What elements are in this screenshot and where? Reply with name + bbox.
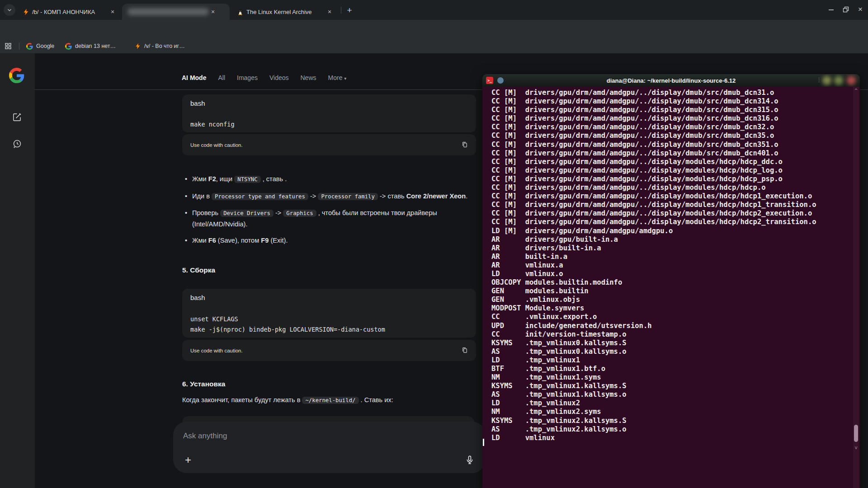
scroll-up-icon[interactable]: ^: [853, 88, 859, 94]
terminal-output-line: CC .vmlinux.export.o: [491, 313, 816, 321]
bookmark-label: debian 13 нет…: [75, 43, 116, 49]
caution-text: Use code with caution.: [190, 348, 243, 353]
apps-grid-icon: [5, 42, 12, 50]
terminal-output-line: CC [M] drivers/gpu/drm/amd/amdgpu/../dis…: [491, 149, 816, 158]
section-heading-6: 6. Установка: [182, 380, 225, 388]
terminal-output-line: LD .tmp_vmlinux2: [491, 399, 816, 408]
terminal-scrollbar[interactable]: ^ v: [853, 87, 859, 488]
tab-more[interactable]: More ▾: [328, 74, 347, 81]
terminal-output-line: CC [M] drivers/gpu/drm/amd/amdgpu/../dis…: [491, 158, 816, 166]
caution-text: Use code with caution.: [190, 142, 243, 148]
browser-tab-2-active[interactable]: ×: [122, 4, 230, 20]
ask-box[interactable]: +: [173, 422, 486, 473]
terminal-output-line: NM .tmp_vmlinux2.syms: [491, 408, 816, 416]
apps-grid-button[interactable]: [5, 39, 12, 53]
terminal-output-line: CC [M] drivers/gpu/drm/amd/amdgpu/../dis…: [491, 97, 816, 106]
titlebar-close-blurred[interactable]: [847, 76, 856, 85]
compose-icon: [12, 112, 22, 122]
code-line: unset KCFLAGS: [190, 315, 238, 323]
terminal-output-line: LD vmlinux.o: [491, 270, 816, 278]
terminal-output-line: CC [M] drivers/gpu/drm/amd/amdgpu/../dis…: [491, 131, 816, 140]
tab-all[interactable]: All: [218, 74, 225, 81]
google-logo: [9, 68, 24, 83]
tab-divider: [341, 7, 341, 14]
new-chat-button[interactable]: [12, 112, 22, 122]
minimize-icon: [828, 7, 834, 13]
ask-input[interactable]: [183, 432, 436, 441]
terminal-output-line: CC [M] drivers/gpu/drm/amd/amdgpu/../dis…: [491, 106, 816, 114]
copy-code-button[interactable]: [460, 140, 470, 150]
bookmark-google[interactable]: Google: [26, 39, 54, 53]
inline-code: ~/kernel-build/: [302, 397, 359, 404]
terminal-window[interactable]: >_ diana@Diana: ~/kernel-build/linux-sou…: [482, 74, 860, 488]
terminal-output-line: OBJCOPY modules.builtin.modinfo: [491, 278, 816, 287]
mic-button[interactable]: [465, 455, 476, 466]
tab-title-blurred: [127, 8, 209, 15]
titlebar-button-blurred[interactable]: [834, 76, 843, 85]
google-favicon: [26, 43, 33, 50]
tab-videos[interactable]: Videos: [269, 74, 289, 81]
copy-code-button[interactable]: [460, 345, 470, 355]
terminal-titlebar[interactable]: >_ diana@Diana: ~/kernel-build/linux-sou…: [482, 74, 860, 87]
terminal-output-line: CC [M] drivers/gpu/drm/amd/amdgpu/../dis…: [491, 141, 816, 149]
terminal-output-line: AS .tmp_vmlinux1.kallsyms.o: [491, 390, 816, 399]
browser-toolbar: ⋮: [0, 20, 868, 39]
terminal-output-line: CC [M] drivers/gpu/drm/amd/amdgpu/../dis…: [491, 201, 816, 209]
google-sidebar: [0, 53, 35, 488]
terminal-menu-icon[interactable]: ⋮: [816, 76, 822, 83]
history-sidebar-button[interactable]: [12, 139, 22, 149]
section-heading-5: 5. Сборка: [182, 266, 215, 274]
terminal-output-line: CC [M] drivers/gpu/drm/amd/amdgpu/../dis…: [491, 183, 816, 192]
window-minimize-button[interactable]: [824, 3, 838, 16]
tab-images[interactable]: Images: [237, 74, 258, 81]
terminal-output-line: CC [M] drivers/gpu/drm/amd/amdgpu/../dis…: [491, 192, 816, 201]
tux-icon: [237, 9, 244, 15]
attach-button[interactable]: +: [182, 454, 194, 466]
copy-icon: [461, 141, 468, 148]
google-favicon: [65, 43, 72, 50]
browser-tab-3[interactable]: The Linux Kernel Archive ×: [231, 4, 337, 20]
bookmark-debian[interactable]: debian 13 нет…: [65, 39, 116, 53]
window-maximize-button[interactable]: [839, 3, 853, 16]
terminal-body[interactable]: CC [M] drivers/gpu/drm/amd/amdgpu/../dis…: [482, 87, 860, 488]
terminal-output-line: UPD include/generated/utsversion.h: [491, 322, 816, 330]
terminal-output-line: CC [M] drivers/gpu/drm/amd/amdgpu/../dis…: [491, 175, 816, 183]
instruction-list: Жми F2, ищи NTSYNC , ставь . Иди в Proce…: [182, 174, 476, 252]
chevron-down-icon: [7, 7, 12, 13]
new-tab-button[interactable]: +: [344, 5, 355, 16]
maximize-icon: [843, 6, 849, 13]
terminal-output-line: LD vmlinux: [491, 434, 816, 442]
terminal-output-line: GEN modules.builtin: [491, 287, 816, 296]
code-footer-2: Use code with caution.: [182, 340, 476, 361]
bookmark-v-board[interactable]: /v/ - Во что иг…: [135, 39, 185, 53]
code-block-1: bash make nconfig: [182, 94, 476, 132]
terminal-output-line: CC [M] drivers/gpu/drm/amd/amdgpu/../dis…: [491, 89, 816, 97]
scrollbar-thumb[interactable]: [854, 425, 858, 442]
code-line: make nconfig: [190, 121, 235, 128]
code-footer-1: Use code with caution.: [182, 134, 476, 155]
text-cursor: [483, 439, 484, 446]
tab-ai-mode[interactable]: AI Mode: [182, 74, 206, 81]
terminal-output-line: AR drivers/gpu/built-in.a: [491, 235, 816, 244]
terminal-output-line: KSYMS .tmp_vmlinux1.kallsyms.S: [491, 382, 816, 390]
paragraph: Когда закончит, пакеты будут лежать в ~/…: [182, 395, 476, 406]
tab-close-button[interactable]: ×: [326, 8, 334, 16]
list-item: Иди в Processor type and features -> Pro…: [182, 191, 476, 202]
tab-news[interactable]: News: [301, 74, 316, 81]
list-item: Жми F2, ищи NTSYNC , ставь .: [182, 174, 476, 185]
lightning-icon: [135, 43, 141, 49]
window-close-button[interactable]: ×: [854, 3, 867, 16]
browser-tab-1[interactable]: /b/ - КОМП АНОНЧИКА ×: [17, 4, 120, 20]
terminal-title: diana@Diana: ~/kernel-build/linux-source…: [482, 77, 860, 84]
tab-search-button[interactable]: [4, 4, 15, 16]
bookmark-label: /v/ - Во что иг…: [144, 43, 185, 49]
scroll-down-icon[interactable]: v: [853, 445, 859, 450]
code-language-label: bash: [190, 99, 205, 107]
code-language-label: bash: [190, 294, 205, 301]
terminal-output-line: NM .tmp_vmlinux1.syms: [491, 373, 816, 382]
titlebar-button-blurred[interactable]: [822, 76, 831, 85]
tab-close-button[interactable]: ×: [209, 8, 217, 16]
tab-close-button[interactable]: ×: [108, 8, 117, 16]
terminal-output-line: KSYMS .tmp_vmlinux2.kallsyms.S: [491, 417, 816, 425]
bookmark-label: Google: [36, 43, 54, 49]
